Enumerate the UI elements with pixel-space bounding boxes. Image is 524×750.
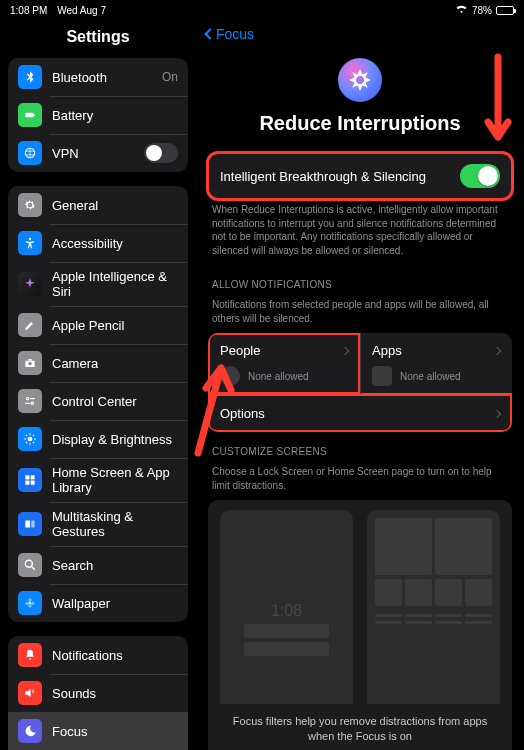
vpn-toggle[interactable] [144, 143, 178, 163]
sidebar-item-label: Control Center [52, 394, 178, 409]
svg-line-16 [26, 435, 27, 436]
sidebar-item-label: Home Screen & App Library [52, 465, 178, 495]
wifi-icon [455, 4, 468, 16]
svg-rect-22 [25, 481, 29, 485]
back-button[interactable]: Focus [206, 26, 254, 42]
svg-point-32 [29, 602, 31, 604]
sidebar-item-apple-pencil[interactable]: Apple Pencil [8, 306, 188, 344]
sidebar-item-vpn[interactable]: VPN [8, 134, 188, 172]
app-icon-placeholder [372, 366, 392, 386]
sparkle-icon [18, 272, 42, 296]
sidebar-item-label: Wallpaper [52, 596, 178, 611]
apps-none: None allowed [400, 371, 461, 382]
gear-icon [18, 193, 42, 217]
svg-line-18 [33, 435, 34, 436]
svg-rect-21 [31, 475, 35, 479]
flower-icon [18, 591, 42, 615]
svg-rect-1 [34, 114, 35, 116]
sidebar-item-label: VPN [52, 146, 134, 161]
sidebar-item-label: General [52, 198, 178, 213]
chevron-right-icon [341, 346, 349, 354]
sidebar-title: Settings [8, 20, 188, 58]
bluetooth-icon [18, 65, 42, 89]
sidebar-item-control-center[interactable]: Control Center [8, 382, 188, 420]
sidebar-item-trail: On [162, 70, 178, 84]
accessibility-icon [18, 231, 42, 255]
search-icon [18, 553, 42, 577]
sidebar-item-label: Camera [52, 356, 178, 371]
sidebar-item-multitasking-gestures[interactable]: Multitasking & Gestures [8, 502, 188, 546]
svg-point-9 [31, 402, 33, 404]
sidebar-item-label: Sounds [52, 686, 178, 701]
svg-line-27 [32, 567, 35, 570]
moon-icon [18, 719, 42, 743]
sidebar-item-focus[interactable]: Focus [8, 712, 188, 750]
sun-icon [18, 427, 42, 451]
svg-point-11 [28, 437, 33, 442]
intelligent-breakthrough-card: Intelligent Breakthrough & Silencing [208, 153, 512, 199]
mock-time: 1:08 [271, 602, 302, 620]
svg-rect-0 [25, 113, 33, 118]
svg-point-26 [25, 560, 32, 567]
bell-icon [18, 643, 42, 667]
sidebar-item-label: Multitasking & Gestures [52, 509, 178, 539]
sidebar-item-wallpaper[interactable]: Wallpaper [8, 584, 188, 622]
apps-cell[interactable]: Apps None allowed [360, 333, 512, 394]
people-label: People [220, 343, 260, 358]
status-time: 1:08 PM [10, 5, 47, 16]
settings-sidebar[interactable]: Settings BluetoothOnBatteryVPN GeneralAc… [0, 20, 196, 750]
speaker-icon [18, 681, 42, 705]
sidebar-item-sounds[interactable]: Sounds [8, 674, 188, 712]
sidebar-item-bluetooth[interactable]: BluetoothOn [8, 58, 188, 96]
camera-icon [18, 351, 42, 375]
sidebar-item-general[interactable]: General [8, 186, 188, 224]
svg-rect-25 [31, 521, 35, 528]
svg-point-3 [29, 238, 31, 240]
sidebar-item-label: Focus [52, 724, 178, 739]
sidebar-item-label: Display & Brightness [52, 432, 178, 447]
intelligent-breakthrough-toggle[interactable] [460, 164, 500, 188]
sidebar-item-home-screen-app-library[interactable]: Home Screen & App Library [8, 458, 188, 502]
focus-detail-pane[interactable]: Focus Reduce Interruptions Intelligent B… [196, 20, 524, 750]
svg-line-19 [26, 442, 27, 443]
focus-filters-banner: Focus filters help you remove distractio… [208, 704, 512, 750]
sidebar-item-label: Battery [52, 108, 178, 123]
sidebar-item-label: Apple Intelligence & Siri [52, 269, 178, 299]
chevron-left-icon [204, 28, 215, 39]
sidebar-item-label: Bluetooth [52, 70, 152, 85]
back-label: Focus [216, 26, 254, 42]
switches-icon [18, 389, 42, 413]
reduce-interruptions-icon [338, 58, 382, 102]
svg-point-28 [28, 598, 32, 602]
svg-line-17 [33, 442, 34, 443]
people-none: None allowed [248, 371, 309, 382]
page-title: Reduce Interruptions [196, 112, 524, 135]
svg-point-30 [31, 602, 35, 606]
sidebar-item-notifications[interactable]: Notifications [8, 636, 188, 674]
allow-notifications-sub: Notifications from selected people and a… [208, 294, 512, 333]
svg-point-29 [25, 602, 29, 606]
sidebar-item-search[interactable]: Search [8, 546, 188, 584]
svg-rect-23 [31, 481, 35, 485]
customize-screens-header: CUSTOMIZE SCREENS [208, 432, 512, 461]
chevron-right-icon [493, 346, 501, 354]
status-date: Wed Aug 7 [57, 5, 106, 16]
sidebar-item-apple-intelligence-siri[interactable]: Apple Intelligence & Siri [8, 262, 188, 306]
battery-pct: 78% [472, 5, 492, 16]
sidebar-item-accessibility[interactable]: Accessibility [8, 224, 188, 262]
svg-point-7 [27, 398, 29, 400]
sidebar-item-camera[interactable]: Camera [8, 344, 188, 382]
toggle-label: Intelligent Breakthrough & Silencing [220, 169, 426, 184]
sidebar-item-label: Apple Pencil [52, 318, 178, 333]
svg-rect-24 [25, 521, 30, 528]
svg-point-5 [28, 362, 32, 366]
sidebar-item-battery[interactable]: Battery [8, 96, 188, 134]
options-row[interactable]: Options [208, 394, 512, 432]
sidebar-item-display-brightness[interactable]: Display & Brightness [8, 420, 188, 458]
chevron-right-icon [493, 409, 501, 417]
svg-rect-20 [25, 475, 29, 479]
rects-icon [18, 512, 42, 536]
toggle-description: When Reduce Interruptions is active, int… [208, 199, 512, 265]
people-cell[interactable]: People None allowed [208, 333, 360, 394]
pencil-icon [18, 313, 42, 337]
